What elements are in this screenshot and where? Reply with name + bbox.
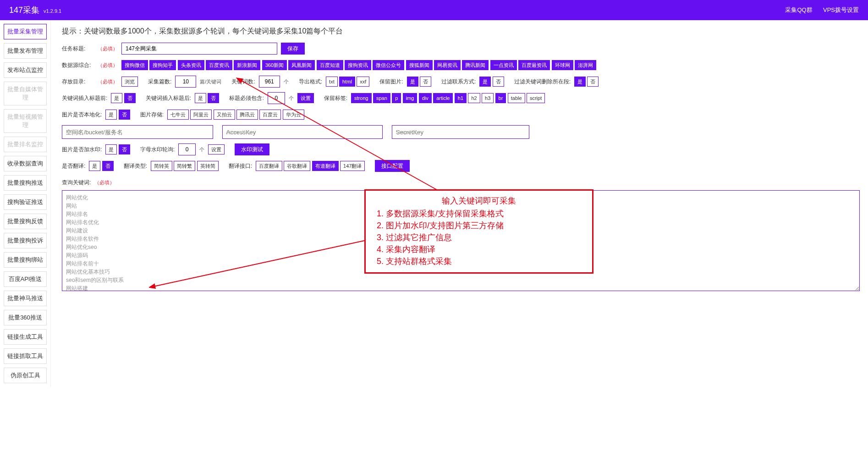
datasource-opt-搜狗知乎[interactable]: 搜狗知乎 <box>149 60 176 70</box>
filterkwseg-opt-是[interactable]: 是 <box>574 77 586 87</box>
keeptag-h2[interactable]: h2 <box>468 93 480 103</box>
filterkwseg-opt-否[interactable]: 否 <box>587 77 599 87</box>
keeptag-div[interactable]: div <box>419 93 432 103</box>
export-opt-txt[interactable]: txt <box>326 77 338 87</box>
datasource-opt-百度知道[interactable]: 百度知道 <box>317 60 343 70</box>
sidebar-item-sogou-bind[interactable]: 批量搜狗绑站 <box>4 252 47 268</box>
sidebar-item-shenma-push[interactable]: 批量神马推送 <box>4 291 47 306</box>
datasource-opt-搜狗资讯[interactable]: 搜狗资讯 <box>345 60 371 70</box>
sidebar-item-sogou-verify[interactable]: 搜狗验证推送 <box>4 194 47 210</box>
sidebar-item-link-gen[interactable]: 链接生成工具 <box>4 329 47 345</box>
browse-button[interactable]: 浏览 <box>121 77 138 87</box>
datasource-opt-凤凰新闻[interactable]: 凤凰新闻 <box>288 60 315 70</box>
secretkey-input[interactable] <box>392 125 529 139</box>
sidebar-item-collect-manage[interactable]: 批量采集管理 <box>4 24 47 39</box>
datasource-opt-百度资讯[interactable]: 百度资讯 <box>206 60 232 70</box>
keeptag-strong[interactable]: strong <box>351 93 372 103</box>
datasource-opt-头条资讯[interactable]: 头条资讯 <box>178 60 204 70</box>
watermark-test-button[interactable]: 水印测试 <box>235 143 269 155</box>
export-opt-html[interactable]: html <box>339 77 355 87</box>
translate-api-谷歌翻译[interactable]: 谷歌翻译 <box>284 161 310 171</box>
translate-api-147翻译[interactable]: 147翻译 <box>340 161 365 171</box>
datasource-opt-搜狗微信[interactable]: 搜狗微信 <box>121 60 148 70</box>
keepimg-opt-是[interactable]: 是 <box>407 77 418 87</box>
datasource-opt-搜狐新闻[interactable]: 搜狐新闻 <box>406 60 433 70</box>
datasource-opt-环球网[interactable]: 环球网 <box>552 60 573 70</box>
sidebar-item-pseudo[interactable]: 伪原创工具 <box>4 368 47 383</box>
accesskey-input[interactable] <box>222 125 383 139</box>
datasource-opt-一点资讯[interactable]: 一点资讯 <box>490 60 517 70</box>
translate-api-百度翻译[interactable]: 百度翻译 <box>256 161 282 171</box>
imglocal-opt-否[interactable]: 否 <box>119 110 130 120</box>
translate-label: 是否翻译: <box>62 162 85 170</box>
datasource-opt-腾讯新闻[interactable]: 腾讯新闻 <box>462 60 489 70</box>
vps-dial-link[interactable]: VPS拨号设置 <box>823 6 859 13</box>
sidebar-item-baidu-api[interactable]: 百度API推送 <box>4 271 47 287</box>
keeptag-span[interactable]: span <box>373 93 390 103</box>
keeptag-article[interactable]: article <box>433 93 453 103</box>
save-button[interactable]: 保存 <box>281 43 305 55</box>
collect-count-input[interactable] <box>175 76 196 88</box>
imgstore-opt-百度云[interactable]: 百度云 <box>259 110 281 120</box>
annotation-item-2: 图片加水印/支持图片第三方存储 <box>377 220 584 231</box>
keeptag-h3[interactable]: h3 <box>482 93 494 103</box>
keepimg-opt-否[interactable]: 否 <box>420 77 431 87</box>
datasource-opt-百度最资讯[interactable]: 百度最资讯 <box>518 60 550 70</box>
kwbefore-opt-是[interactable]: 是 <box>111 93 122 103</box>
imgstore-opt-腾讯云[interactable]: 腾讯云 <box>236 110 258 120</box>
sidebar-item-link-crawl[interactable]: 链接抓取工具 <box>4 348 47 364</box>
filtercontact-opt-是[interactable]: 是 <box>479 77 491 87</box>
datasource-opt-新浪新闻[interactable]: 新浪新闻 <box>234 60 260 70</box>
kwafter-opt-是[interactable]: 是 <box>195 93 206 103</box>
mustcontain-set-button[interactable]: 设置 <box>297 93 314 103</box>
watermark-opt-否[interactable]: 否 <box>119 144 130 154</box>
kwafter-opt-否[interactable]: 否 <box>208 93 219 103</box>
watermark-opt-是[interactable]: 是 <box>105 144 117 154</box>
sidebar-item-360-push[interactable]: 批量360推送 <box>4 310 47 325</box>
sidebar-item-sogou-feedback[interactable]: 批量搜狗反馈 <box>4 214 47 229</box>
sidebar-item-index-query[interactable]: 收录数据查询 <box>4 156 47 171</box>
keeptag-h1[interactable]: h1 <box>455 93 467 103</box>
keeptag-br[interactable]: br <box>495 93 506 103</box>
keeptag-p[interactable]: p <box>392 93 401 103</box>
imgstore-opt-阿里云[interactable]: 阿里云 <box>190 110 212 120</box>
datasource-opt-澎湃网[interactable]: 澎湃网 <box>575 60 596 70</box>
filtercontact-opt-否[interactable]: 否 <box>493 77 504 87</box>
sidebar-item-rank-monitor: 批量排名监控 <box>4 137 47 152</box>
translate-type-简转繁[interactable]: 简转繁 <box>174 161 195 171</box>
datasource-opt-微信公众号[interactable]: 微信公众号 <box>373 60 404 70</box>
translate-opt-否[interactable]: 否 <box>102 161 114 171</box>
task-title-input[interactable] <box>121 43 277 55</box>
storedir-required: （必填） <box>98 78 118 85</box>
translate-opt-是[interactable]: 是 <box>89 161 100 171</box>
keeptag-script[interactable]: script <box>527 93 545 103</box>
sidebar-item-site-monitor[interactable]: 发布站点监控 <box>4 62 47 78</box>
space-input[interactable] <box>62 125 213 139</box>
kwquery-header: 查询关键词: （必填） <box>62 176 860 188</box>
sidebar-item-sogou-push[interactable]: 批量搜狗推送 <box>4 175 47 191</box>
export-opt-xxf[interactable]: xxf <box>357 77 369 87</box>
qq-group-link[interactable]: 采集QQ群 <box>785 6 812 13</box>
kwbefore-opt-否[interactable]: 否 <box>124 93 136 103</box>
rotate-input[interactable] <box>178 143 196 155</box>
mustcontain-input[interactable] <box>268 92 285 104</box>
sidebar-item-publish-manage[interactable]: 批量发布管理 <box>4 43 47 59</box>
collect-count-suffix: 篇/关键词 <box>200 78 221 85</box>
kwnum-input[interactable] <box>259 76 280 88</box>
datasource-opt-网易资讯[interactable]: 网易资讯 <box>434 60 461 70</box>
rotate-set-button[interactable]: 设置 <box>208 144 225 154</box>
api-config-button[interactable]: 接口配置 <box>375 160 410 172</box>
keeptag-img[interactable]: img <box>403 93 418 103</box>
hint-text: 提示：关键词数最多1000个，采集数据源多个轮训，每个关键词最多采集10篇每个平… <box>62 27 860 36</box>
kwquery-label: 查询关键词: <box>62 179 91 187</box>
imglocal-opt-是[interactable]: 是 <box>105 110 117 120</box>
sidebar-item-sogou-appeal[interactable]: 批量搜狗投诉 <box>4 233 47 248</box>
imgstore-opt-七牛云[interactable]: 七牛云 <box>167 110 189 120</box>
translate-api-有道翻译[interactable]: 有道翻译 <box>312 161 339 171</box>
translate-type-简转英[interactable]: 简转英 <box>151 161 172 171</box>
imgstore-opt-华为云[interactable]: 华为云 <box>283 110 304 120</box>
translate-type-英转简[interactable]: 英转简 <box>197 161 219 171</box>
imgstore-opt-又拍云[interactable]: 又拍云 <box>214 110 235 120</box>
keeptag-table[interactable]: table <box>508 93 525 103</box>
datasource-opt-360新闻[interactable]: 360新闻 <box>262 60 287 70</box>
